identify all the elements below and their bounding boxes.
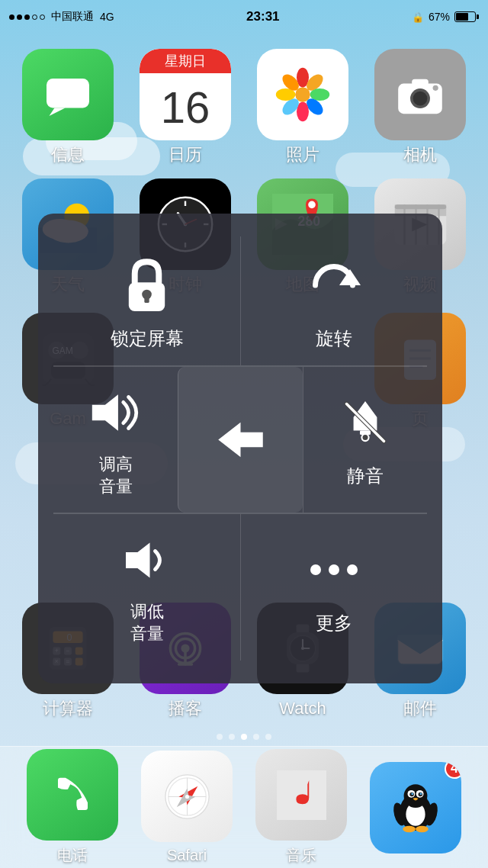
svg-marker-102 — [218, 423, 263, 458]
volume-up-label: 调高音量 — [99, 454, 133, 497]
svg-rect-0 — [47, 79, 89, 108]
page-dot-2 — [241, 734, 247, 740]
dock-qq[interactable]: 4 — [370, 762, 461, 854]
back-arrow-icon — [210, 410, 271, 471]
camera-icon — [374, 49, 466, 140]
popup-more[interactable]: 更多 — [240, 514, 427, 660]
volume-down-label: 调低音量 — [130, 601, 164, 645]
mute-icon — [335, 392, 396, 453]
app-grid-row1: 信息 星期日 16 日历 — [0, 41, 488, 172]
dock: 电话 Safari 音乐 — [0, 746, 488, 868]
volume-up-icon — [85, 382, 146, 443]
page-dots — [0, 734, 488, 740]
dock-music-label: 音乐 — [286, 845, 316, 866]
camera-label: 相机 — [403, 145, 437, 165]
status-right: 🔒 67% — [412, 11, 479, 23]
lock-status-icon: 🔒 — [412, 11, 424, 23]
signal-dot-2 — [17, 14, 22, 20]
more-label: 更多 — [316, 611, 352, 635]
more-icon — [303, 539, 364, 600]
battery-pct: 67% — [429, 11, 450, 23]
dock-music-icon — [255, 749, 347, 841]
popup-bottom-row: 调低音量 更多 — [53, 513, 427, 660]
mute-label: 静音 — [347, 464, 384, 487]
page-dot-0 — [217, 734, 223, 740]
svg-point-31 — [308, 201, 316, 209]
time-display: 23:31 — [246, 9, 279, 24]
carrier-label: 中国联通 — [51, 10, 94, 24]
battery-icon — [454, 11, 479, 22]
calendar-label: 日历 — [169, 145, 202, 165]
svg-point-91 — [411, 792, 413, 795]
svg-point-86 — [404, 784, 428, 808]
photos-icon — [257, 49, 348, 140]
watch-label: Watch — [279, 699, 326, 719]
signal-dot-3 — [24, 14, 30, 20]
dock-phone-label: 电话 — [57, 845, 88, 866]
app-messages[interactable]: 信息 — [12, 49, 124, 165]
volume-down-icon — [117, 529, 178, 590]
signal-dot-1 — [9, 14, 14, 20]
page-dot-1 — [229, 734, 235, 740]
status-bar: 中国联通 4G 23:31 🔒 67% — [0, 0, 488, 34]
battery-fill — [456, 13, 468, 21]
svg-point-92 — [420, 792, 422, 795]
svg-point-105 — [362, 435, 368, 440]
popup-volume-down[interactable]: 调低音量 — [53, 514, 240, 660]
svg-rect-15 — [412, 79, 429, 86]
svg-point-16 — [433, 85, 438, 91]
messages-label: 信息 — [51, 145, 85, 165]
qq-badge: 4 — [445, 762, 461, 779]
popup-back[interactable] — [178, 367, 302, 513]
svg-point-93 — [403, 825, 416, 831]
calculator-label: 计算器 — [43, 699, 93, 719]
dock-qq-icon: 4 — [370, 762, 461, 854]
svg-marker-1 — [50, 108, 66, 117]
podcasts-label: 播客 — [169, 699, 202, 719]
dock-music[interactable]: 音乐 — [255, 749, 347, 866]
dock-phone-icon — [27, 749, 118, 841]
messages-icon — [22, 49, 114, 140]
lock-screen-label: 锁定屏幕 — [111, 326, 184, 350]
dock-safari-icon — [141, 751, 233, 842]
svg-point-14 — [413, 92, 428, 106]
svg-point-82 — [185, 794, 188, 798]
signal-dot-4 — [32, 14, 37, 20]
page-dot-4 — [265, 734, 271, 740]
rotate-icon — [303, 255, 364, 316]
calendar-weekday: 星期日 — [140, 49, 231, 73]
dock-safari[interactable]: Safari — [141, 751, 233, 864]
network-label: 4G — [100, 11, 114, 23]
popup-rotate[interactable]: 旋转 — [240, 236, 427, 365]
calendar-icon: 星期日 16 — [140, 49, 231, 140]
dock-phone[interactable]: 电话 — [27, 749, 118, 866]
popup-middle-row: 调高音量 静音 — [53, 366, 427, 513]
assistive-touch-popup: 锁定屏幕 旋转 — [38, 214, 442, 683]
rotate-label: 旋转 — [316, 326, 352, 350]
page-dot-3 — [253, 734, 259, 740]
calendar-day: 16 — [161, 73, 210, 140]
app-photos[interactable]: 照片 — [247, 49, 358, 165]
signal-dot-5 — [40, 14, 45, 20]
svg-marker-108 — [126, 542, 150, 577]
svg-marker-101 — [92, 394, 118, 431]
lock-screen-icon — [117, 255, 178, 316]
photos-label: 照片 — [286, 145, 319, 165]
battery-body — [454, 11, 476, 22]
popup-top-row: 锁定屏幕 旋转 — [53, 236, 427, 366]
status-left: 中国联通 4G — [9, 10, 114, 24]
popup-volume-up[interactable]: 调高音量 — [53, 367, 178, 513]
app-calendar[interactable]: 星期日 16 日历 — [130, 49, 241, 165]
popup-lock-screen[interactable]: 锁定屏幕 — [53, 236, 240, 365]
app-camera[interactable]: 相机 — [364, 49, 476, 165]
popup-mute[interactable]: 静音 — [303, 367, 427, 513]
battery-tip — [477, 14, 479, 19]
dock-safari-label: Safari — [167, 847, 207, 864]
svg-point-11 — [295, 87, 310, 101]
svg-rect-99 — [144, 294, 149, 302]
mail-label: 邮件 — [403, 699, 437, 719]
svg-point-94 — [416, 825, 429, 831]
signal-dots — [9, 14, 45, 20]
